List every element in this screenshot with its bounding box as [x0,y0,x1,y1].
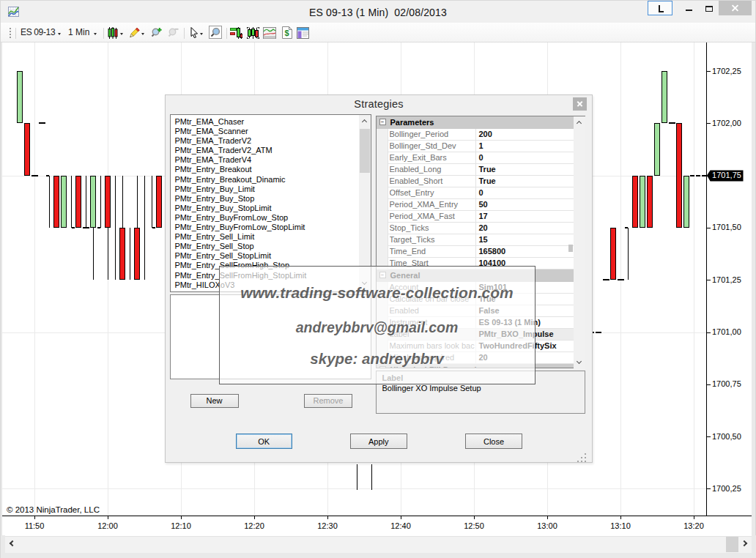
svg-text:$: $ [284,29,289,37]
